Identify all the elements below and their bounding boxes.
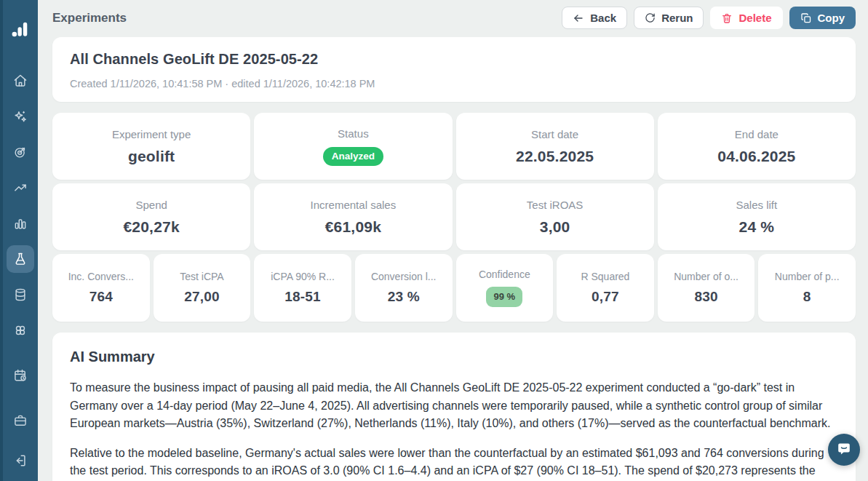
copy-button-label: Copy xyxy=(818,12,845,23)
sidebar-item-schedule[interactable] xyxy=(7,362,34,389)
app-logo xyxy=(10,20,30,42)
metric-conversion-lift: Conversion l... 23 % xyxy=(355,254,453,322)
ai-summary-heading: AI Summary xyxy=(70,349,838,365)
app-root: Experiments Back Rer xyxy=(0,0,868,481)
ai-summary-card: AI Summary To measure the business impac… xyxy=(52,333,856,481)
calendar-clock-icon xyxy=(13,368,28,383)
confidence-badge: 99 % xyxy=(486,287,522,307)
flask-icon xyxy=(13,252,28,266)
sidebar-item-trends[interactable] xyxy=(7,174,34,202)
home-icon xyxy=(13,73,28,88)
chat-widget-button[interactable] xyxy=(828,434,860,466)
sidebar-item-experiments[interactable] xyxy=(7,245,34,273)
metric-incremental-sales: Incremental sales €61,09k xyxy=(254,183,452,250)
delete-button-label: Delete xyxy=(738,12,771,23)
metrics-row-1: Experiment type geolift Status Analyzed … xyxy=(52,113,856,180)
metric-observations: Number of o... 830 xyxy=(658,254,755,322)
experiment-name: All Channels GeoLift DE 2025-05-22 xyxy=(70,51,838,68)
metric-spend: Spend €20,27k xyxy=(52,183,250,250)
experiment-title-card: All Channels GeoLift DE 2025-05-22 Creat… xyxy=(52,37,856,102)
page-header: Experiments Back Rer xyxy=(52,7,856,29)
briefcase-icon xyxy=(13,413,28,428)
metric-experiment-type: Experiment type geolift xyxy=(52,113,250,180)
metric-test-icpa: Test iCPA 27,00 xyxy=(154,254,251,322)
chat-bubble-smile-icon xyxy=(835,440,853,460)
sparkles-icon xyxy=(13,109,28,124)
sidebar xyxy=(0,0,38,481)
database-icon xyxy=(13,287,28,302)
sidebar-item-reports[interactable] xyxy=(7,210,34,237)
header-actions: Back Rerun xyxy=(562,7,856,29)
rotate-cw-icon xyxy=(645,12,656,23)
metric-inc-conversions: Inc. Convers... 764 xyxy=(52,254,150,322)
trash-icon xyxy=(721,12,733,24)
metric-r-squared: R Squared 0,77 xyxy=(557,254,654,322)
experiment-meta: Created 1/11/2026, 10:41:58 PM · edited … xyxy=(70,78,838,90)
bar-chart-icon xyxy=(13,216,28,231)
main-content: Experiments Back Rer xyxy=(38,0,868,481)
trending-up-icon xyxy=(13,180,28,195)
metric-end-date: End date 04.06.2025 xyxy=(658,113,856,180)
ai-summary-paragraph-2: Relative to the modeled baseline, German… xyxy=(70,445,838,480)
sidebar-item-segments[interactable] xyxy=(7,317,34,344)
arrow-left-icon xyxy=(573,12,584,24)
sidebar-item-home[interactable] xyxy=(7,67,34,95)
copy-button[interactable]: Copy xyxy=(789,7,856,29)
metrics-row-3: Inc. Convers... 764 Test iCPA 27,00 iCPA… xyxy=(52,254,856,322)
delete-button[interactable]: Delete xyxy=(710,7,782,29)
metric-icpa-range: iCPA 90% R... 18-51 xyxy=(254,254,351,322)
sidebar-item-workspace[interactable] xyxy=(7,407,34,434)
rerun-button-label: Rerun xyxy=(661,12,693,23)
metric-test-iroas: Test iROAS 3,00 xyxy=(456,183,654,250)
sidebar-item-ai[interactable] xyxy=(7,103,34,130)
sidebar-item-logout[interactable] xyxy=(7,447,34,474)
metrics-row-2: Spend €20,27k Incremental sales €61,09k … xyxy=(52,183,856,250)
rerun-button[interactable]: Rerun xyxy=(634,7,704,29)
copy-icon xyxy=(800,12,812,24)
metric-sales-lift: Sales lift 24 % xyxy=(658,183,856,250)
metric-status: Status Analyzed xyxy=(254,113,452,180)
status-badge: Analyzed xyxy=(323,147,383,166)
metric-confidence: Confidence 99 % xyxy=(456,254,554,322)
clover-icon xyxy=(13,323,28,338)
logout-icon xyxy=(13,453,28,468)
sidebar-item-goals[interactable] xyxy=(7,138,34,166)
page-title: Experiments xyxy=(52,11,127,25)
metric-start-date: Start date 22.05.2025 xyxy=(456,113,654,180)
ai-summary-paragraph-1: To measure the business impact of pausin… xyxy=(70,379,838,433)
metric-periods: Number of p... 8 xyxy=(758,254,856,322)
back-button[interactable]: Back xyxy=(562,7,627,29)
back-button-label: Back xyxy=(590,12,616,23)
target-icon xyxy=(13,145,28,159)
sidebar-item-data[interactable] xyxy=(7,281,34,309)
